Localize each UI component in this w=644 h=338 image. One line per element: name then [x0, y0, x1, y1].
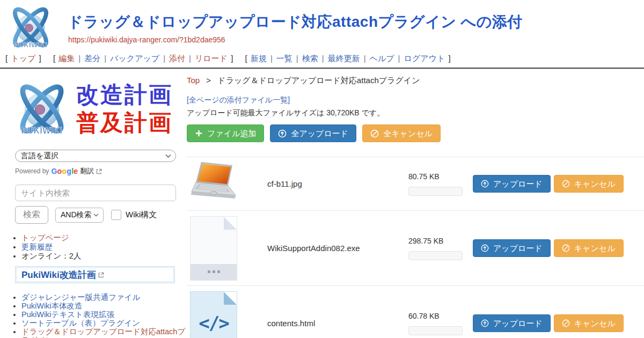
file-row: </> contents.html 60.78 KB アップロード [187, 286, 644, 338]
bracket: [ [5, 54, 8, 63]
wiki-syntax-checkbox[interactable] [111, 210, 121, 220]
upload-button[interactable]: アップロード [473, 314, 551, 332]
breadcrumb: Top > ドラッグ＆ドロップアップロード対応attachプラグイン [187, 75, 644, 86]
search-button[interactable]: 検索 [15, 206, 48, 224]
upload-circle-icon [278, 129, 287, 138]
file-name: cf-b11.jpg [267, 179, 408, 188]
nav-item-edit[interactable]: 編集 [58, 54, 75, 63]
google-logo[interactable]: Google [51, 167, 78, 175]
all-attachments-link[interactable]: [全ページの添付ファイル一覧] [187, 94, 290, 105]
nav-separator: | [398, 54, 400, 63]
nav-item-recent[interactable]: 最終更新 [328, 54, 360, 63]
slogan-line-1: 改造計画 [76, 81, 173, 109]
file-name: contents.html [267, 319, 408, 328]
page-title: ドラッグ＆ドロップアップロード対応attachプラグイン への添付 [68, 12, 523, 32]
nav-item-list[interactable]: 一覧 [276, 54, 292, 63]
code-glyph: </> [191, 312, 237, 334]
upload-all-button[interactable]: 全アップロード [270, 124, 356, 142]
sidebar-item-sort-table[interactable]: ソートテーブル（表）プラグイン [21, 319, 140, 327]
logo-wordmark: PUKIWIKI [21, 126, 63, 135]
search-mode-select[interactable]: AND検索 [55, 208, 104, 223]
ellipsis-dots [208, 270, 210, 273]
nav-separator: | [104, 54, 106, 63]
nav-item-diff[interactable]: 差分 [84, 54, 100, 63]
sidebar-item-recent-changes[interactable]: 更新履歴 [21, 243, 53, 251]
cancel-button[interactable]: キャンセル [554, 239, 624, 257]
sidebar-item-common-files[interactable]: ダジャレンジャー版共通ファイル [21, 293, 140, 302]
file-icon-strip [191, 264, 237, 280]
nav-item-attach[interactable]: 添付 [169, 54, 185, 63]
file-row: cf-b11.jpg 80.75 KB アップロード [187, 157, 644, 211]
nav-separator: | [364, 54, 366, 63]
cancel-button[interactable]: キャンセル [554, 314, 624, 332]
breadcrumb-home[interactable]: Top [187, 76, 200, 85]
cancel-circle-icon [562, 319, 570, 327]
nav-item-top[interactable]: トップ [11, 54, 35, 63]
page-fold [224, 217, 237, 230]
sidebar-item-dnd-attach[interactable]: ドラッグ＆ドロップアップロード対応attachプラグイン [21, 327, 185, 338]
upload-button[interactable]: アップロード [473, 239, 551, 257]
list-item: オンライン：2人 [21, 252, 187, 261]
file-size: 60.78 KB [408, 312, 473, 320]
upload-file-list: cf-b11.jpg 80.75 KB アップロード [187, 157, 644, 338]
nav-group-top: [ トップ ] [4, 54, 42, 63]
chevron-down-icon [165, 154, 171, 158]
cancel-all-label: 全キャンセル [383, 129, 433, 138]
sidebar-item-body-mod[interactable]: PukiWiki本体改造 [21, 302, 83, 310]
external-link-icon [96, 168, 102, 174]
nav-item-help[interactable]: ヘルプ [370, 54, 394, 63]
breadcrumb-separator: > [206, 76, 211, 85]
nav-separator: | [322, 54, 324, 63]
upload-label: アップロード [493, 319, 543, 328]
search-mode-value: AND検索 [61, 210, 92, 220]
sidebar-item-toppage[interactable]: トップページ [21, 233, 69, 242]
cancel-all-button[interactable]: 全キャンセル [362, 124, 441, 142]
powered-by-label: Powered by [15, 167, 49, 175]
nav-item-backup[interactable]: バックアップ [110, 54, 159, 63]
upload-action-bar: ファイル追加 全アップロード 全キャンセル [187, 124, 644, 142]
cancel-label: キャンセル [574, 319, 616, 328]
google-translate-credit: Powered by Google 翻訳 [15, 166, 187, 176]
nav-item-logout[interactable]: ログアウト [404, 54, 445, 63]
pukiwiki-kaizou-link[interactable]: PukiWiki改造計画 [21, 269, 96, 281]
progress-bar [408, 326, 463, 335]
cancel-circle-icon [562, 180, 570, 188]
sidebar-slogan: 改造計画 普及計画 [76, 81, 173, 137]
top-navigation: [ トップ ] [ 編集|差分|バックアップ|添付|リロード ] [ 新規|一覧… [0, 52, 644, 69]
language-select[interactable]: 言語を選択 [15, 150, 176, 162]
sidebar-item-text-ext[interactable]: PukiWikiテキスト表現拡張 [21, 310, 114, 319]
page-url-link[interactable]: https://pukiwiki.dajya-ranger.com/?1bd2d… [68, 35, 225, 44]
sidebar-links-top: トップページ 更新履歴 オンライン：2人 [21, 233, 187, 261]
upload-all-label: 全アップロード [291, 129, 348, 138]
upload-circle-icon [481, 319, 489, 327]
nav-group-site: [ 新規|一覧|検索|最終更新|ヘルプ|ログアウト ] [244, 54, 452, 63]
bracket: [ [53, 54, 55, 63]
list-item: ダジャレンジャー版共通ファイル [21, 293, 187, 302]
logo-wordmark: PUKIWIKI [14, 41, 47, 49]
nav-item-reload[interactable]: リロード [195, 54, 228, 63]
site-search-input[interactable] [15, 185, 176, 201]
cancel-circle-icon [370, 129, 379, 138]
bracket: ] [231, 54, 233, 63]
bracket: [ [245, 54, 247, 63]
list-item: 更新履歴 [21, 243, 187, 252]
nav-separator: | [163, 54, 165, 63]
nav-item-search[interactable]: 検索 [302, 54, 318, 63]
cancel-button[interactable]: キャンセル [554, 175, 624, 193]
bracket: ] [39, 54, 41, 63]
sidebar-logo[interactable]: PUKIWIKI 改造計画 普及計画 [10, 77, 187, 141]
nav-item-new[interactable]: 新規 [251, 54, 267, 63]
sidebar-links-bottom: ダジャレンジャー版共通ファイル PukiWiki本体改造 PukiWikiテキス… [21, 293, 187, 338]
bracket: ] [448, 54, 450, 63]
upload-button[interactable]: アップロード [473, 175, 551, 193]
external-link-icon [98, 272, 104, 278]
file-size: 298.75 KB [408, 237, 473, 245]
nav-separator: | [270, 54, 273, 63]
nav-separator: | [78, 54, 80, 63]
file-row: WikiSupportAddin082.exe 298.75 KB アップロード [187, 211, 644, 286]
cancel-circle-icon [562, 244, 570, 252]
add-file-button[interactable]: ファイル追加 [187, 124, 264, 142]
list-item: PukiWiki本体改造 [21, 302, 187, 310]
pukiwiki-atom-logo[interactable]: PUKIWIKI [4, 3, 57, 52]
file-size: 80.75 KB [408, 172, 473, 181]
